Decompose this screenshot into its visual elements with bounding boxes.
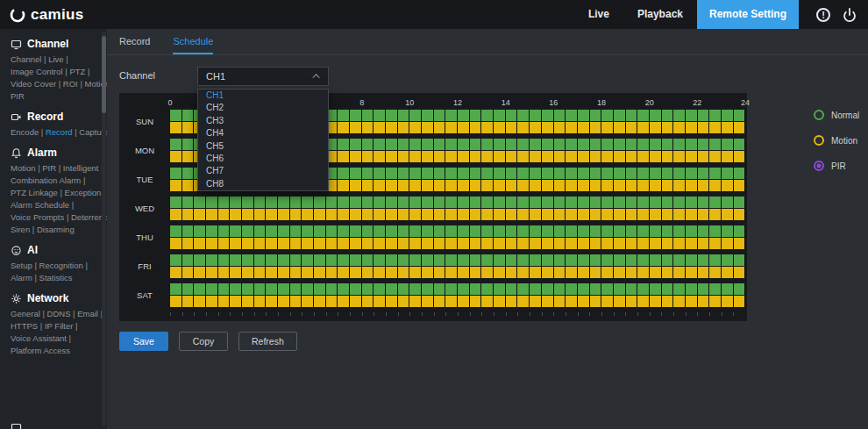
- schedule-cell-normal[interactable]: [445, 110, 457, 121]
- schedule-cell-normal[interactable]: [506, 225, 517, 237]
- schedule-cell-motion[interactable]: [386, 122, 397, 133]
- schedule-cell-motion[interactable]: [650, 296, 661, 307]
- schedule-cell-normal[interactable]: [170, 110, 181, 121]
- schedule-cell-normal[interactable]: [506, 110, 517, 121]
- schedule-cell-motion[interactable]: [290, 209, 302, 220]
- schedule-cell-motion[interactable]: [590, 209, 601, 220]
- schedule-band-motion[interactable]: [170, 209, 745, 220]
- schedule-cell-motion[interactable]: [686, 122, 697, 133]
- schedule-cell-normal[interactable]: [554, 110, 566, 121]
- schedule-cell-normal[interactable]: [506, 254, 517, 266]
- schedule-cell-motion[interactable]: [170, 296, 181, 307]
- schedule-cell-motion[interactable]: [530, 180, 541, 191]
- schedule-cell-motion[interactable]: [230, 209, 241, 220]
- schedule-cell-motion[interactable]: [626, 180, 637, 191]
- schedule-cell-normal[interactable]: [206, 197, 217, 208]
- schedule-cell-motion[interactable]: [445, 209, 457, 220]
- schedule-cell-normal[interactable]: [554, 254, 566, 266]
- schedule-cell-normal[interactable]: [194, 283, 205, 295]
- copy-button[interactable]: Copy: [179, 332, 228, 351]
- schedule-cell-normal[interactable]: [362, 139, 374, 150]
- schedule-cell-normal[interactable]: [698, 110, 709, 121]
- schedule-cell-normal[interactable]: [722, 139, 733, 150]
- refresh-button[interactable]: Refresh: [238, 332, 297, 351]
- schedule-cell-motion[interactable]: [506, 151, 517, 162]
- schedule-cell-normal[interactable]: [542, 225, 553, 237]
- sidebar-links-line[interactable]: Image Control | PTZ |: [11, 66, 107, 78]
- schedule-cell-normal[interactable]: [590, 110, 601, 121]
- schedule-cell-motion[interactable]: [530, 238, 541, 249]
- schedule-cell-normal[interactable]: [650, 139, 661, 150]
- schedule-cell-normal[interactable]: [170, 168, 181, 179]
- schedule-cell-motion[interactable]: [266, 267, 277, 278]
- schedule-cell-normal[interactable]: [578, 197, 589, 208]
- schedule-cell-motion[interactable]: [698, 296, 709, 307]
- sidebar-links-line[interactable]: General | DDNS | Email |: [11, 308, 107, 320]
- schedule-cell-motion[interactable]: [254, 209, 266, 220]
- channel-option[interactable]: CH6: [198, 153, 328, 165]
- schedule-cell-normal[interactable]: [386, 168, 397, 179]
- schedule-cell-normal[interactable]: [409, 139, 421, 150]
- schedule-cell-motion[interactable]: [578, 122, 589, 133]
- schedule-cell-motion[interactable]: [637, 151, 649, 162]
- schedule-cell-normal[interactable]: [554, 168, 566, 179]
- schedule-cell-normal[interactable]: [170, 283, 181, 295]
- schedule-cell-normal[interactable]: [686, 197, 697, 208]
- schedule-cell-motion[interactable]: [398, 180, 409, 191]
- motion-radio-icon[interactable]: [814, 135, 824, 146]
- schedule-cell-motion[interactable]: [182, 151, 194, 162]
- schedule-cell-normal[interactable]: [458, 225, 469, 237]
- schedule-cell-motion[interactable]: [398, 122, 409, 133]
- schedule-cell-motion[interactable]: [350, 238, 361, 249]
- schedule-cell-motion[interactable]: [278, 209, 289, 220]
- schedule-cell-motion[interactable]: [445, 151, 457, 162]
- sidebar-links-line[interactable]: Voice Prompts | Deterrence |: [11, 211, 107, 224]
- schedule-cell-normal[interactable]: [458, 110, 469, 121]
- schedule-cell-normal[interactable]: [182, 254, 194, 266]
- schedule-cell-motion[interactable]: [470, 267, 481, 278]
- schedule-cell-normal[interactable]: [637, 254, 649, 266]
- schedule-cell-motion[interactable]: [290, 296, 302, 307]
- schedule-cell-normal[interactable]: [182, 283, 194, 295]
- schedule-cell-normal[interactable]: [338, 254, 349, 266]
- schedule-cell-motion[interactable]: [709, 296, 721, 307]
- schedule-cell-normal[interactable]: [230, 254, 241, 266]
- schedule-cell-normal[interactable]: [350, 225, 361, 237]
- schedule-cell-normal[interactable]: [409, 110, 421, 121]
- schedule-cell-normal[interactable]: [662, 225, 673, 237]
- schedule-cell-motion[interactable]: [398, 238, 409, 249]
- schedule-cell-normal[interactable]: [673, 139, 685, 150]
- schedule-cell-motion[interactable]: [614, 238, 625, 249]
- schedule-cell-normal[interactable]: [542, 168, 553, 179]
- schedule-cell-normal[interactable]: [470, 168, 481, 179]
- schedule-cell-normal[interactable]: [542, 197, 553, 208]
- schedule-cell-normal[interactable]: [637, 139, 649, 150]
- schedule-cell-motion[interactable]: [422, 151, 433, 162]
- schedule-cell-normal[interactable]: [626, 283, 637, 295]
- schedule-cell-motion[interactable]: [458, 267, 469, 278]
- schedule-cell-motion[interactable]: [722, 209, 733, 220]
- schedule-cell-motion[interactable]: [650, 238, 661, 249]
- schedule-cell-motion[interactable]: [662, 238, 673, 249]
- schedule-cell-normal[interactable]: [422, 254, 433, 266]
- schedule-cell-motion[interactable]: [590, 296, 601, 307]
- schedule-cell-motion[interactable]: [673, 180, 685, 191]
- schedule-cell-motion[interactable]: [542, 238, 553, 249]
- schedule-cell-motion[interactable]: [470, 151, 481, 162]
- schedule-cell-motion[interactable]: [542, 151, 553, 162]
- schedule-cell-motion[interactable]: [494, 151, 505, 162]
- schedule-cell-motion[interactable]: [686, 151, 697, 162]
- schedule-cell-motion[interactable]: [398, 209, 409, 220]
- schedule-cell-normal[interactable]: [350, 168, 361, 179]
- schedule-cell-normal[interactable]: [374, 197, 385, 208]
- schedule-cell-motion[interactable]: [517, 296, 529, 307]
- schedule-cell-normal[interactable]: [481, 168, 493, 179]
- schedule-cell-normal[interactable]: [302, 225, 313, 237]
- schedule-cell-motion[interactable]: [445, 296, 457, 307]
- schedule-cell-motion[interactable]: [554, 209, 566, 220]
- schedule-cell-normal[interactable]: [601, 197, 613, 208]
- channel-option[interactable]: CH1: [198, 89, 328, 102]
- schedule-cell-motion[interactable]: [206, 296, 217, 307]
- schedule-cell-normal[interactable]: [350, 283, 361, 295]
- schedule-cell-motion[interactable]: [686, 180, 697, 191]
